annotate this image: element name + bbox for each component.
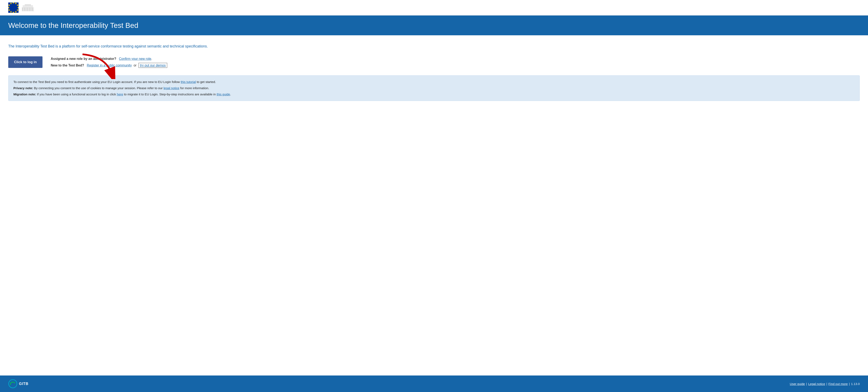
top-bar (0, 0, 868, 16)
info-line-1: To connect to the Test Bed you need to f… (13, 79, 855, 85)
main-content: The Interoperability Test Bed is a platf… (0, 35, 868, 375)
footer-logo: GITB (8, 379, 28, 388)
links-area: Assigned a new role by an administrator?… (51, 57, 167, 67)
privacy-note-label: Privacy note: (13, 86, 34, 90)
confirm-role-link[interactable]: Confirm your new role (119, 57, 151, 60)
new-to-testbed-text: New to the Test Bed? (51, 64, 84, 67)
version-label: 1.13.0 (851, 382, 860, 386)
svg-rect-15 (25, 4, 31, 6)
action-row: Click to log in Assigned a new role by a… (8, 56, 860, 68)
footer-links: User guide | Legal notice | Find out mor… (790, 382, 860, 386)
info-line-2: Privacy note: By connecting you consent … (13, 86, 855, 91)
user-guide-link[interactable]: User guide (790, 382, 805, 386)
migration-note-main: If you have been using a functional acco… (37, 92, 117, 96)
find-out-more-link[interactable]: Find out more (828, 382, 848, 386)
footer: GITB User guide | Legal notice | Find ou… (0, 375, 868, 392)
gitb-logo-icon (8, 379, 17, 388)
separator-1: | (806, 382, 807, 386)
svg-rect-20 (29, 8, 30, 11)
migrate-here-link[interactable]: here (117, 92, 123, 96)
svg-rect-18 (26, 8, 26, 11)
login-button[interactable]: Click to log in (8, 56, 42, 68)
info-line1-suffix: to get started. (196, 80, 216, 84)
or-text: or (134, 64, 136, 67)
separator-3: | (849, 382, 850, 386)
svg-rect-19 (27, 8, 28, 11)
legal-notice-link[interactable]: legal notice (163, 86, 180, 90)
svg-rect-21 (31, 8, 31, 11)
intro-text: The Interoperability Test Bed is a platf… (8, 43, 860, 49)
blue-banner: Welcome to the Interoperability Test Bed (0, 16, 868, 35)
migration-note-end: . (230, 92, 231, 96)
svg-rect-22 (32, 8, 33, 11)
new-to-testbed-line: New to the Test Bed? Register in a publi… (51, 64, 167, 67)
eu-flag-icon (8, 2, 19, 13)
info-box: To connect to the Test Bed you need to f… (8, 76, 860, 101)
try-out-box: try out our demos (138, 63, 167, 68)
migration-note-label: Migration note: (13, 92, 37, 96)
svg-rect-17 (24, 8, 25, 11)
svg-rect-16 (22, 8, 23, 11)
assigned-role-line: Assigned a new role by an administrator?… (51, 57, 167, 61)
register-link[interactable]: Register in a public community (87, 64, 132, 67)
ec-building-icon (21, 3, 35, 12)
separator-2: | (826, 382, 827, 386)
privacy-note-suffix: for more information. (180, 86, 209, 90)
assigned-role-text: Assigned a new role by an administrator? (51, 57, 116, 60)
try-demos-link[interactable]: try out our demos (140, 64, 166, 67)
svg-point-24 (9, 380, 17, 388)
migration-note-middle: to migrate it to EU Login. Step-by-step … (123, 92, 217, 96)
info-line-3: Migration note: If you have been using a… (13, 92, 855, 97)
this-guide-link[interactable]: this guide (217, 92, 230, 96)
eu-logo (8, 2, 35, 13)
legal-notice-footer-link[interactable]: Legal notice (808, 382, 825, 386)
privacy-note-main: By connecting you consent to the use of … (34, 86, 163, 90)
info-line1-prefix: To connect to the Test Bed you need to f… (13, 80, 181, 84)
gitb-logo-text: GITB (19, 382, 28, 386)
page-title: Welcome to the Interoperability Test Bed (8, 21, 860, 30)
svg-rect-0 (8, 2, 19, 13)
tutorial-link[interactable]: this tutorial (181, 80, 196, 84)
